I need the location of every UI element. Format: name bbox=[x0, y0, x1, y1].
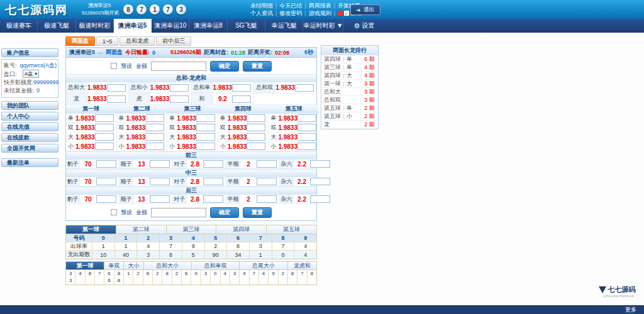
bead-road-tab[interactable]: 总和大小 bbox=[144, 262, 192, 270]
bet-amount-input[interactable] bbox=[247, 114, 265, 122]
bead-road-table: 第一球单双大小总和大小总和单双总尾大小龙虎和 33487668812628269… bbox=[65, 261, 317, 285]
bet-amount-input[interactable] bbox=[150, 160, 170, 168]
bet-amount-input[interactable] bbox=[95, 143, 114, 150]
header-link[interactable]: 个人资讯 bbox=[250, 9, 273, 17]
header-link[interactable]: 今天已结 bbox=[279, 2, 302, 9]
preset-checkbox[interactable] bbox=[111, 209, 117, 215]
ball-stats-tab[interactable]: 第二球 bbox=[116, 225, 167, 234]
bead-road-tab[interactable]: 大小 bbox=[124, 262, 143, 270]
bead-road-tab[interactable]: 龙虎和 bbox=[288, 262, 316, 270]
more-link[interactable]: 更多 bbox=[625, 306, 636, 314]
bet-amount-input[interactable] bbox=[257, 178, 277, 185]
combo-bet-row: 豹子70顺子13对子2.8半顺2杂六2.2 bbox=[66, 160, 316, 169]
bet-amount-input[interactable] bbox=[150, 195, 170, 203]
bet-amount-input[interactable] bbox=[310, 178, 330, 185]
bet-amount-input[interactable] bbox=[203, 195, 223, 203]
bet-amount-input[interactable] bbox=[95, 114, 114, 122]
bet-amount-input[interactable] bbox=[107, 84, 126, 92]
nav-tab[interactable]: 幸运时时彩 ▼ bbox=[303, 19, 343, 33]
sidebar-item[interactable]: 全国开奖网 bbox=[1, 144, 58, 153]
nav-tab[interactable]: 澳洲幸运5 bbox=[114, 19, 152, 33]
bet-amount-input[interactable] bbox=[310, 195, 330, 203]
sidebar-item[interactable]: 我的团队 bbox=[1, 101, 58, 110]
bead-road-tab[interactable]: 单双 bbox=[104, 262, 124, 270]
bet-amount-input[interactable] bbox=[297, 133, 316, 141]
bet-mode-tab[interactable]: 前中后三 bbox=[156, 36, 191, 46]
bet-amount-input[interactable] bbox=[145, 124, 164, 131]
nav-tab[interactable]: 澳洲幸运8 bbox=[189, 19, 227, 33]
main-nav: 极速赛车极速飞艇极速时时彩澳洲幸运5澳洲幸运10澳洲幸运8SG飞艇幸运飞艇幸运时… bbox=[0, 19, 644, 33]
confirm-button[interactable]: 确定 bbox=[210, 207, 239, 218]
ball-stats-tab[interactable]: 第一球 bbox=[66, 225, 116, 234]
amount-input[interactable] bbox=[151, 208, 206, 217]
nav-tab[interactable]: 极速赛车 bbox=[0, 19, 38, 33]
nav-tab[interactable]: SG飞艇 bbox=[228, 19, 265, 33]
bet-amount-input[interactable] bbox=[96, 160, 116, 168]
bet-amount-input[interactable] bbox=[196, 124, 215, 131]
nav-tab[interactable]: 幸运飞艇 bbox=[265, 19, 303, 33]
header-link[interactable]: 修改密码 bbox=[279, 9, 302, 17]
preset-checkbox[interactable] bbox=[111, 63, 117, 69]
bet-amount-input[interactable] bbox=[96, 195, 116, 203]
bet-amount-input[interactable] bbox=[232, 95, 251, 103]
reset-button[interactable]: 重置 bbox=[243, 207, 272, 218]
nav-tab[interactable]: 极速时时彩 bbox=[76, 19, 114, 33]
bet-amount-input[interactable] bbox=[96, 178, 116, 185]
bet-amount-input[interactable] bbox=[150, 178, 170, 185]
bead-road-tab[interactable]: 第一球 bbox=[66, 262, 104, 270]
bead-road-tab[interactable]: 总和单双 bbox=[192, 262, 240, 270]
stats-value: 0 bbox=[272, 251, 295, 259]
header-link[interactable]: 未结明细 bbox=[250, 2, 273, 9]
ball-stats-tab[interactable]: 第三球 bbox=[167, 225, 217, 234]
header-link[interactable]: 两周报表 bbox=[309, 2, 331, 9]
bet-amount-input[interactable] bbox=[295, 84, 314, 92]
ball-stats-tab[interactable]: 第五球 bbox=[267, 225, 316, 234]
bet-amount-input[interactable] bbox=[145, 133, 164, 141]
bet-amount-input[interactable] bbox=[247, 124, 265, 131]
bet-amount-input[interactable] bbox=[95, 133, 114, 141]
settings-button[interactable]: ⚙ 设置 bbox=[343, 19, 385, 33]
ball-stats-tab[interactable]: 第四球 bbox=[216, 225, 267, 234]
bet-mode-tab[interactable]: 1~5 bbox=[96, 36, 118, 46]
bet-amount-input[interactable] bbox=[232, 84, 251, 92]
bet-amount-input[interactable] bbox=[247, 143, 265, 150]
bet-option-label: 半顺 bbox=[226, 177, 240, 186]
bet-amount-input[interactable] bbox=[257, 160, 277, 168]
sidebar-item[interactable]: 在线充值 bbox=[1, 122, 58, 131]
bet-amount-input[interactable] bbox=[247, 133, 265, 141]
bet-mode-tab[interactable]: 两面盘 bbox=[65, 36, 95, 46]
bet-amount-input[interactable] bbox=[196, 143, 215, 150]
preset-amount-row-bottom: 预设 金额 确定 重置 bbox=[66, 204, 316, 220]
bet-amount-input[interactable] bbox=[203, 178, 223, 185]
bet-amount-input[interactable] bbox=[310, 160, 330, 168]
amount-input[interactable] bbox=[151, 62, 206, 71]
pan-select[interactable]: A盘▾ bbox=[23, 70, 39, 78]
bet-amount-input[interactable] bbox=[107, 95, 126, 103]
bet-amount-input[interactable] bbox=[196, 114, 215, 122]
logout-button[interactable]: ➜ 退出 bbox=[350, 4, 380, 15]
bet-amount-input[interactable] bbox=[203, 160, 223, 168]
sidebar-item[interactable]: 在线提款 bbox=[1, 133, 58, 142]
nav-tab[interactable]: 极速飞艇 bbox=[38, 19, 75, 33]
bead-road-tab[interactable]: 总尾大小 bbox=[240, 262, 287, 270]
ranking-count: 4 期 bbox=[360, 72, 378, 80]
bet-amount-input[interactable] bbox=[170, 95, 189, 103]
nav-tab[interactable]: 澳洲幸运10 bbox=[152, 19, 189, 33]
bet-amount-input[interactable] bbox=[297, 114, 316, 122]
reset-button[interactable]: 重置 bbox=[243, 61, 272, 72]
ball-column-header: 第三球 bbox=[167, 105, 218, 114]
bet-amount-input[interactable] bbox=[196, 133, 215, 141]
header-link[interactable]: 游戏规则 bbox=[309, 9, 331, 17]
bead-value-bottom: 8 bbox=[118, 277, 120, 284]
bet-amount-input[interactable] bbox=[257, 195, 277, 203]
confirm-button[interactable]: 确定 bbox=[210, 61, 239, 72]
bet-amount-input[interactable] bbox=[297, 143, 316, 150]
bet-amount-input[interactable] bbox=[95, 124, 114, 131]
bet-amount-input[interactable] bbox=[297, 124, 316, 131]
sidebar-item[interactable]: 最新注单 bbox=[1, 158, 58, 167]
sidebar-item[interactable]: 个人中心 bbox=[1, 112, 58, 121]
bet-amount-input[interactable] bbox=[145, 114, 164, 122]
bet-amount-input[interactable] bbox=[145, 143, 164, 150]
bet-mode-tab[interactable]: 总和龙虎 bbox=[119, 36, 155, 46]
bet-amount-input[interactable] bbox=[170, 84, 189, 92]
